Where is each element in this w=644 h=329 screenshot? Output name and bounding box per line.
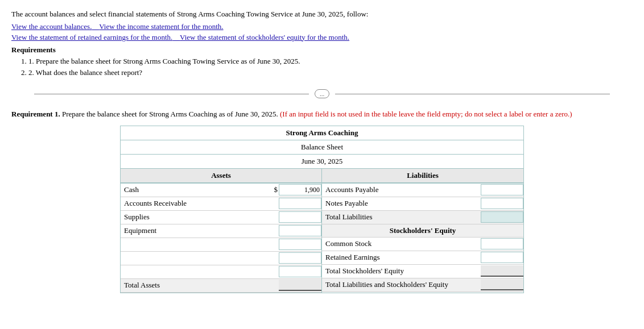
- asset-empty-input-3[interactable]: [279, 266, 321, 277]
- cash-row: Cash $: [121, 184, 321, 197]
- total-assets-row: Total Assets: [121, 279, 321, 293]
- equity-header: Stockholders' Equity: [322, 224, 523, 238]
- equipment-label: Equipment: [121, 225, 279, 236]
- equipment-row: Equipment: [121, 224, 321, 238]
- np-row: Notes Payable: [322, 197, 523, 211]
- common-stock-input[interactable]: [481, 238, 523, 249]
- supplies-input[interactable]: [279, 211, 321, 223]
- link1[interactable]: View the account balances. View the inco…: [11, 22, 633, 31]
- asset-empty-row-2: [121, 252, 321, 265]
- asset-empty-row-3: [121, 265, 321, 279]
- section-divider: ...: [11, 89, 633, 98]
- assets-column: Cash $ Accounts Receivable Supplies Equi…: [121, 184, 322, 293]
- intro-text: The account balances and select financia…: [11, 9, 633, 20]
- requirements-section: Requirements 1. Prepare the balance shee…: [11, 45, 633, 80]
- total-liabilities-input[interactable]: [481, 211, 523, 223]
- retained-earnings-label: Retained Earnings: [322, 252, 481, 263]
- retained-earnings-row: Retained Earnings: [322, 251, 523, 265]
- liabilities-equity-column: Accounts Payable Notes Payable Total Lia…: [322, 184, 523, 293]
- divider-dots: ...: [315, 89, 329, 98]
- req1-bold: Requirement 1.: [11, 110, 60, 118]
- bs-body: Cash $ Accounts Receivable Supplies Equi…: [121, 184, 523, 293]
- asset-empty-label-3: [121, 270, 279, 273]
- total-se-row: Total Stockholders' Equity: [322, 265, 523, 278]
- equipment-input[interactable]: [279, 225, 321, 236]
- cash-label: Cash: [121, 184, 272, 195]
- total-se-input[interactable]: [481, 265, 523, 277]
- common-stock-label: Common Stock: [322, 238, 481, 249]
- asset-empty-row-1: [121, 238, 321, 252]
- ap-row: Accounts Payable: [322, 184, 523, 197]
- req1-header: Requirement 1. Prepare the balance sheet…: [11, 109, 633, 120]
- ar-input[interactable]: [279, 198, 321, 209]
- req-item-1: 1. Prepare the balance sheet for Strong …: [28, 56, 633, 68]
- cash-prefix: $: [272, 184, 279, 195]
- ar-row: Accounts Receivable: [121, 197, 321, 211]
- link2[interactable]: View the statement of retained earnings …: [11, 33, 633, 42]
- bs-title: Balance Sheet: [121, 140, 523, 155]
- np-label: Notes Payable: [322, 198, 481, 209]
- retained-earnings-input[interactable]: [481, 252, 523, 263]
- total-liabilities-label: Total Liabilities: [322, 211, 481, 223]
- divider-line-right: [335, 94, 610, 94]
- asset-empty-label-2: [121, 257, 279, 259]
- liabilities-col-header: Liabilities: [322, 169, 523, 182]
- total-liabilities-row: Total Liabilities: [322, 211, 523, 224]
- requirements-label: Requirements: [11, 45, 633, 55]
- assets-col-header: Assets: [121, 169, 322, 182]
- req-item-2: 2. What does the balance sheet report?: [28, 67, 633, 79]
- ap-label: Accounts Payable: [322, 184, 481, 195]
- balance-sheet: Strong Arms Coaching Balance Sheet June …: [120, 126, 524, 293]
- total-assets-input[interactable]: [279, 280, 321, 291]
- total-lse-row: Total Liabilities and Stockholders' Equi…: [322, 278, 523, 292]
- req1-normal: Prepare the balance sheet for Strong Arm…: [62, 110, 278, 118]
- ar-label: Accounts Receivable: [121, 198, 279, 209]
- divider-line-left: [34, 94, 309, 94]
- req1-note: (If an input field is not used in the ta…: [280, 110, 572, 118]
- total-assets-label: Total Assets: [121, 280, 279, 291]
- supplies-row: Supplies: [121, 211, 321, 224]
- supplies-label: Supplies: [121, 211, 279, 223]
- bs-date: June 30, 2025: [121, 155, 523, 169]
- asset-empty-input-1[interactable]: [279, 239, 321, 250]
- bs-col-headers: Assets Liabilities: [121, 169, 523, 184]
- cash-input[interactable]: [279, 184, 321, 195]
- total-lse-input[interactable]: [481, 279, 523, 290]
- total-lse-label: Total Liabilities and Stockholders' Equi…: [322, 279, 481, 290]
- requirements-list: 1. Prepare the balance sheet for Strong …: [11, 56, 633, 80]
- ap-input[interactable]: [481, 184, 523, 195]
- asset-empty-label-1: [121, 243, 279, 245]
- intro-line1: The account balances and select financia…: [11, 10, 368, 18]
- common-stock-row: Common Stock: [322, 238, 523, 251]
- bs-company-name: Strong Arms Coaching: [121, 126, 523, 140]
- np-input[interactable]: [481, 198, 523, 209]
- total-se-label: Total Stockholders' Equity: [322, 265, 481, 277]
- asset-empty-input-2[interactable]: [279, 252, 321, 264]
